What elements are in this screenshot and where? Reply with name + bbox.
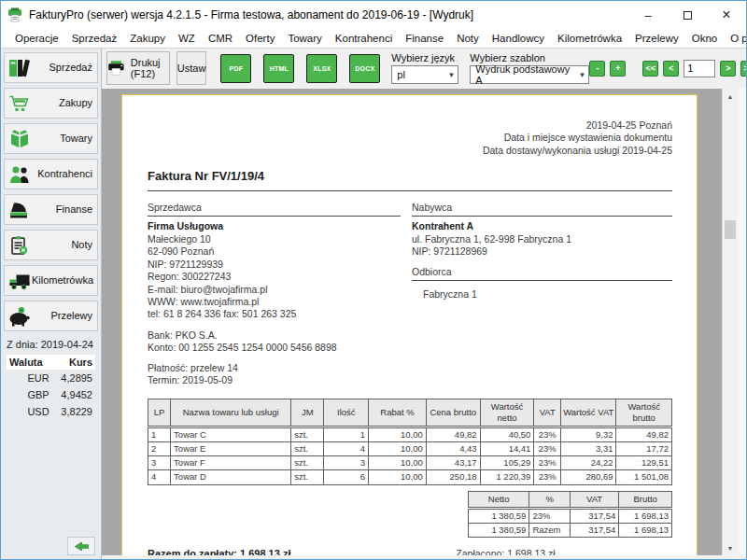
cell-qty: 6 bbox=[324, 470, 369, 484]
sidebar-item-label: Zakupy bbox=[59, 98, 92, 108]
cell-unit: szt. bbox=[291, 442, 324, 456]
bottom-margin-strip bbox=[102, 555, 746, 559]
menu-item-towary[interactable]: Towary bbox=[281, 31, 328, 46]
truck-icon bbox=[7, 271, 32, 291]
cell-gross-value: 49,82 bbox=[616, 427, 672, 441]
close-button[interactable]: × bbox=[707, 1, 746, 29]
menu-item-cmr[interactable]: CMR bbox=[202, 31, 239, 46]
menu-item-okno[interactable]: Okno bbox=[685, 31, 725, 46]
cell-qty: 4 bbox=[324, 442, 369, 456]
summary-header-row: Netto % VAT Brutto bbox=[469, 491, 672, 508]
template-select[interactable]: Wydruk podstawowy A ▼ bbox=[470, 65, 589, 84]
sidebar-item-przelewy[interactable]: Przelewy bbox=[4, 301, 98, 331]
receiver-label: Odbiorca bbox=[412, 266, 672, 281]
seller-line: E-mail: biuro@twojafirma.pl bbox=[148, 284, 401, 296]
seller-line: Regon: 300227243 bbox=[148, 271, 401, 283]
seller-name: Firma Usługowa bbox=[148, 220, 401, 232]
menu-item-noty[interactable]: Noty bbox=[450, 31, 486, 46]
sidebar-spacer bbox=[3, 420, 99, 537]
collapse-sidebar-button[interactable] bbox=[67, 537, 95, 555]
scrollbar-track[interactable] bbox=[723, 104, 738, 540]
payment-method: Płatność: przelew 14 bbox=[148, 362, 672, 374]
sidebar-item-kilometrowka[interactable]: Kilometrówka bbox=[4, 265, 98, 296]
sidebar-item-kontrahenci[interactable]: Kontrahenci bbox=[4, 159, 98, 189]
settings-button-label: Ustaw bbox=[177, 63, 206, 74]
invoice-parties: Sprzedawca Firma Usługowa Małeckiego 10 … bbox=[148, 202, 672, 321]
export-pdf-button[interactable]: PDF bbox=[220, 54, 251, 83]
sidebar: Sprzedaż Zakupy Towary Kontrahenci Finan… bbox=[1, 49, 102, 559]
export-html-button[interactable]: HTML bbox=[263, 54, 294, 83]
print-preview-area: 2019-04-25 Poznań Data i miejsce wystawi… bbox=[102, 89, 746, 555]
cell-gross-value: 17,72 bbox=[616, 442, 672, 456]
sum-col-percent: % bbox=[529, 491, 571, 508]
sum-brutto: 1 698,13 bbox=[619, 523, 672, 537]
scroll-up-icon[interactable]: ▲ bbox=[723, 89, 738, 104]
minimize-button[interactable]: – bbox=[628, 1, 668, 29]
sidebar-item-sprzedaz[interactable]: Sprzedaż bbox=[4, 52, 98, 83]
sidebar-item-label: Kilometrówka bbox=[32, 275, 93, 286]
rate-row: EUR 4,2895 bbox=[7, 370, 95, 386]
totals-right: Zapłacono: 1 698,13 zł Pozostało do zapł… bbox=[446, 547, 672, 555]
scroll-down-icon[interactable]: ▼ bbox=[723, 540, 738, 555]
cell-gross-price: 4,43 bbox=[426, 442, 480, 456]
preview-scrollbar[interactable]: ▲ ▼ bbox=[722, 89, 738, 555]
export-xlsx-button[interactable]: XLSX bbox=[306, 54, 337, 83]
zoom-in-button[interactable]: + bbox=[610, 61, 626, 77]
rates-col-rate: Kurs bbox=[52, 355, 95, 370]
rate-value: 3,8229 bbox=[52, 403, 95, 420]
menu-item-kontrahenci[interactable]: Kontrahenci bbox=[329, 31, 399, 46]
prev-page-button[interactable]: < bbox=[663, 61, 679, 77]
language-select[interactable]: pl ▼ bbox=[391, 65, 458, 84]
scrollbar-thumb[interactable] bbox=[725, 220, 736, 239]
next-page-button[interactable]: > bbox=[720, 61, 736, 77]
cell-gross-price: 250,18 bbox=[426, 470, 480, 484]
menu-item-kilometrowka[interactable]: Kilometrówka bbox=[551, 31, 628, 46]
settings-button[interactable]: Ustaw bbox=[176, 51, 207, 85]
menu-item-handlowcy[interactable]: Handlowcy bbox=[486, 31, 551, 46]
invoice-number-title: Faktura Nr FV/1/19/4 bbox=[148, 169, 672, 191]
cell-vat: 23% bbox=[534, 442, 561, 456]
last-page-button[interactable]: >> bbox=[740, 61, 747, 77]
cash-register-icon bbox=[7, 200, 32, 220]
first-page-button[interactable]: << bbox=[642, 61, 658, 77]
menu-item-sprzedaz[interactable]: Sprzedaż bbox=[65, 31, 124, 46]
sidebar-item-label: Towary bbox=[60, 133, 92, 144]
rate-currency: EUR bbox=[7, 370, 52, 386]
sidebar-item-finanse[interactable]: Finanse bbox=[4, 194, 98, 225]
seller-line: tel: 61 8 264 336 fax: 501 263 325 bbox=[148, 308, 401, 320]
totals-section: Razem do zapłaty: 1 698,13 zł Słownie: j… bbox=[148, 547, 672, 555]
cell-vat: 23% bbox=[534, 427, 561, 441]
piggy-bank-icon bbox=[7, 306, 32, 327]
invoice-page: 2019-04-25 Poznań Data i miejsce wystawi… bbox=[121, 94, 698, 555]
buyer-line: ul. Fabryczna 1, 62-998 Fabryczna 1 bbox=[412, 233, 672, 245]
zoom-out-button[interactable]: - bbox=[589, 61, 605, 77]
col-name: Nazwa towaru lub usługi bbox=[171, 399, 291, 427]
col-vat: VAT bbox=[534, 399, 561, 427]
item-row: 1 Towar C szt. 1 10,00 49,82 40,50 23% 9 bbox=[148, 427, 672, 441]
app-logo-icon bbox=[7, 7, 22, 22]
sidebar-item-label: Przelewy bbox=[50, 311, 92, 321]
page-number-input[interactable] bbox=[684, 60, 715, 77]
menu-item-o-programie[interactable]: O programie bbox=[724, 31, 747, 46]
vat-summary-wrap: Netto % VAT Brutto 1 380,59 bbox=[148, 491, 672, 538]
menu-item-zakupy[interactable]: Zakupy bbox=[123, 31, 172, 46]
print-button[interactable]: Drukuj (F12) bbox=[106, 51, 170, 85]
language-select-value: pl bbox=[397, 69, 405, 80]
sidebar-item-towary[interactable]: Towary bbox=[4, 123, 98, 154]
menu-item-wz[interactable]: WZ bbox=[172, 31, 202, 46]
menu-item-przelewy[interactable]: Przelewy bbox=[628, 31, 685, 46]
cell-net-value: 40,50 bbox=[480, 427, 534, 441]
item-row: 4 Towar D szt. 6 10,00 250,18 1 220,39 2… bbox=[148, 470, 672, 484]
menu-item-oferty[interactable]: Oferty bbox=[239, 31, 281, 46]
cell-gross-price: 43,17 bbox=[426, 456, 480, 470]
maximize-button[interactable] bbox=[668, 1, 707, 29]
sidebar-item-label: Noty bbox=[71, 240, 92, 250]
menu-item-finanse[interactable]: Finanse bbox=[399, 31, 450, 46]
sidebar-item-label: Finanse bbox=[56, 204, 92, 215]
sidebar-item-noty[interactable]: Noty bbox=[4, 230, 98, 260]
sidebar-item-zakupy[interactable]: Zakupy bbox=[4, 88, 98, 119]
cell-name: Towar E bbox=[171, 442, 291, 456]
menu-item-operacje[interactable]: Operacje bbox=[8, 31, 65, 46]
export-docx-button[interactable]: DOCX bbox=[349, 54, 380, 83]
rate-value: 4,2895 bbox=[52, 370, 95, 386]
